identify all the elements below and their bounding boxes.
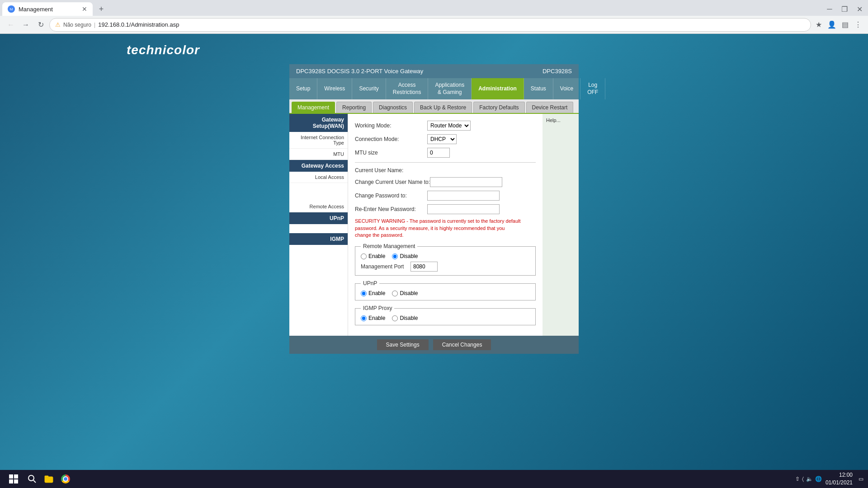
remote-management-disable-label[interactable]: Disable <box>392 253 418 259</box>
remote-management-enable-radio[interactable] <box>361 253 367 259</box>
mtu-size-label: MTU size <box>355 150 427 156</box>
close-browser-button[interactable]: ✕ <box>853 3 866 15</box>
forward-button[interactable]: → <box>19 19 32 31</box>
active-tab[interactable]: M Management ✕ <box>2 2 93 16</box>
sidebar: Gateway Setup(WAN) Internet Connection T… <box>289 114 348 336</box>
igmp-legend: IGMP Proxy <box>361 305 394 311</box>
taskbar-chrome-icon[interactable] <box>58 472 73 486</box>
remote-management-fieldset: Remote Management Enable Disable Managem… <box>355 243 536 276</box>
chrome-logo <box>61 474 70 483</box>
mtu-size-group: MTU size <box>355 148 536 158</box>
tab-status[interactable]: Status <box>524 78 553 99</box>
remote-management-disable-radio[interactable] <box>392 253 398 259</box>
remote-management-enable-label[interactable]: Enable <box>361 253 385 259</box>
help-panel: Help... <box>542 114 579 336</box>
sidebar-header-gateway-access: Gateway Access <box>289 160 348 172</box>
profile-button[interactable]: 👤 <box>826 19 837 30</box>
change-password-group: Change Password to: <box>355 191 536 201</box>
tab-administration[interactable]: Administration <box>472 78 524 99</box>
connection-mode-label: Connection Mode: <box>355 136 427 142</box>
working-mode-select[interactable]: Router Mode Bridge Mode <box>427 121 471 131</box>
change-username-group: Change Current User Name to: <box>355 177 536 187</box>
change-password-input[interactable] <box>427 191 500 201</box>
show-desktop-button[interactable]: ▭ <box>856 476 863 482</box>
change-username-input[interactable] <box>430 177 502 187</box>
browser-chrome: M Management ✕ + ─ ❐ ✕ ← → ↻ ⚠ Não segur… <box>0 0 868 34</box>
insecure-label: Não seguro <box>63 22 91 28</box>
extensions-button[interactable]: ▤ <box>840 19 850 30</box>
content-layout: Gateway Setup(WAN) Internet Connection T… <box>289 114 579 336</box>
menu-button[interactable]: ⋮ <box>853 19 863 30</box>
restore-browser-button[interactable]: ❐ <box>838 3 851 15</box>
tab-security[interactable]: Security <box>352 78 386 99</box>
refresh-button[interactable]: ↻ <box>34 19 47 31</box>
cancel-changes-button[interactable]: Cancel Changes <box>433 339 491 350</box>
management-port-input[interactable] <box>410 262 438 272</box>
subtab-factory-defaults[interactable]: Factory Defaults <box>473 102 524 113</box>
sidebar-item-internet-connection-type[interactable]: Internet Connection Type <box>289 132 348 149</box>
minimize-browser-button[interactable]: ─ <box>823 3 836 15</box>
igmp-radio-group: Enable Disable <box>361 315 530 321</box>
reenter-password-group: Re-Enter New Password: <box>355 204 536 214</box>
subtab-diagnostics[interactable]: Diagnostics <box>373 102 413 113</box>
subtab-backup-restore[interactable]: Back Up & Restore <box>414 102 472 113</box>
igmp-enable-radio[interactable] <box>361 315 367 321</box>
system-tray: ⇧ 〈 🔈 🌐 <box>795 476 822 482</box>
address-bar[interactable]: ⚠ Não seguro | 192.168.0.1/Administratio… <box>49 18 811 32</box>
upnp-legend: UPnP <box>361 280 379 286</box>
reenter-password-input[interactable] <box>427 204 500 214</box>
upnp-enable-radio[interactable] <box>361 291 367 296</box>
nav-tabs: Setup Wireless Security AccessRestrictio… <box>289 78 579 99</box>
new-tab-button[interactable]: + <box>95 3 108 15</box>
security-warning-text: SECURITY WARNING - The password is curre… <box>355 218 522 239</box>
tab-voice[interactable]: Voice <box>553 78 580 99</box>
browser-actions: ★ 👤 ▤ ⋮ <box>813 19 863 30</box>
clock-date: 01/01/2021 <box>826 479 853 487</box>
tab-logoff[interactable]: Log OFF <box>580 78 605 99</box>
tab-title: Management <box>19 6 78 13</box>
volume-icon[interactable]: 🔈 <box>806 476 813 482</box>
bottom-bar: Save Settings Cancel Changes <box>289 336 579 354</box>
taskbar-file-explorer-icon[interactable] <box>42 472 56 486</box>
connection-mode-select[interactable]: DHCP Static PPPoE <box>427 134 457 144</box>
igmp-enable-label[interactable]: Enable <box>361 315 385 321</box>
sidebar-item-local-access[interactable]: Local Access <box>289 172 348 183</box>
upnp-disable-radio[interactable] <box>392 291 398 296</box>
tab-applications-gaming[interactable]: Applications& Gaming <box>428 78 472 99</box>
device-model-short: DPC3928S <box>542 68 572 75</box>
taskbar-search-icon[interactable] <box>25 472 39 486</box>
mtu-size-input[interactable] <box>427 148 450 158</box>
upnp-disable-label[interactable]: Disable <box>392 290 418 296</box>
igmp-disable-label[interactable]: Disable <box>392 315 418 321</box>
sidebar-item-mtu[interactable]: MTU <box>289 149 348 160</box>
tray-up-arrow[interactable]: ⇧ <box>795 476 800 482</box>
working-mode-label: Working Mode: <box>355 122 427 129</box>
sidebar-item-remote-access[interactable]: Remote Access <box>289 201 348 212</box>
igmp-disable-radio[interactable] <box>392 315 398 321</box>
main-container: DPC3928S DOCSIS 3.0 2-PORT Voice Gateway… <box>289 64 579 354</box>
connection-mode-group: Connection Mode: DHCP Static PPPoE <box>355 134 536 144</box>
sidebar-header-igmp: IGMP <box>289 233 348 245</box>
tab-access-restrictions[interactable]: AccessRestrictions <box>386 78 429 99</box>
subtab-management[interactable]: Management <box>292 102 335 113</box>
back-button[interactable]: ← <box>5 19 17 31</box>
sidebar-spacer-1 <box>289 183 348 192</box>
upnp-enable-label[interactable]: Enable <box>361 290 385 296</box>
svg-line-3 <box>33 480 36 483</box>
current-user-label: Current User Name: <box>355 167 427 174</box>
subtab-device-restart[interactable]: Device Restart <box>526 102 574 113</box>
tab-wireless[interactable]: Wireless <box>317 78 352 99</box>
tab-favicon: M <box>8 5 15 13</box>
tab-bar: M Management ✕ + ─ ❐ ✕ <box>0 0 868 16</box>
change-username-label: Change Current User Name to: <box>355 179 430 185</box>
sidebar-header-upnp: UPnP <box>289 212 348 224</box>
sidebar-header-gateway-setup: Gateway Setup(WAN) <box>289 114 348 132</box>
windows-logo <box>9 474 18 483</box>
bookmark-button[interactable]: ★ <box>813 19 824 30</box>
subtab-reporting[interactable]: Reporting <box>336 102 372 113</box>
save-settings-button[interactable]: Save Settings <box>377 339 429 350</box>
start-button[interactable] <box>5 472 23 486</box>
tab-close-button[interactable]: ✕ <box>82 5 87 13</box>
tab-setup[interactable]: Setup <box>289 78 317 99</box>
main-content: Working Mode: Router Mode Bridge Mode Co… <box>348 114 542 336</box>
